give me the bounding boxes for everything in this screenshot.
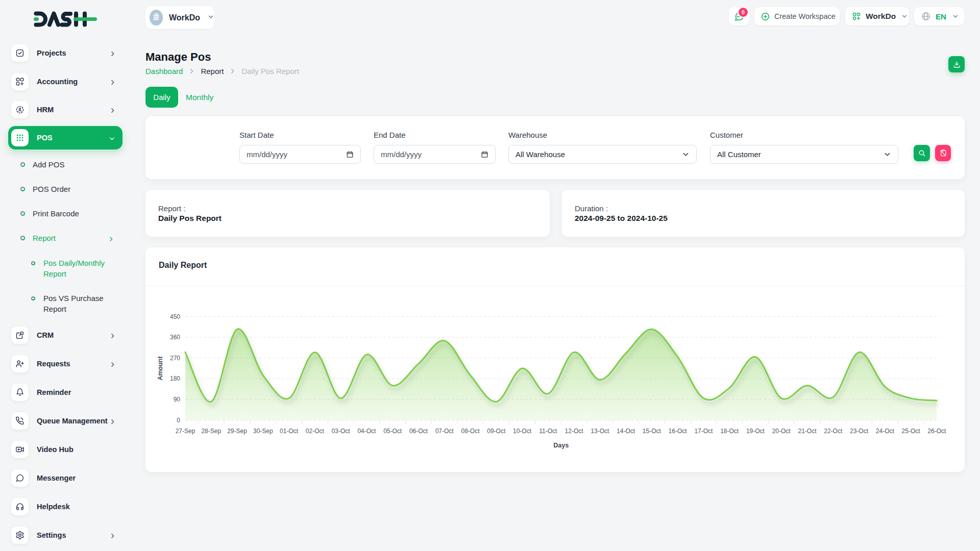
sidebar-item-print-barcode[interactable]: Print Barcode [0, 205, 131, 222]
globe-icon [921, 11, 931, 21]
projects-icon [11, 44, 29, 62]
svg-text:02-Oct: 02-Oct [306, 428, 325, 435]
warehouse-select[interactable]: All Warehouse [508, 145, 697, 164]
svg-text:10-Oct: 10-Oct [513, 428, 532, 435]
daily-report-chart-card: Daily Report 45036027018090027-Sep28-Sep… [145, 247, 965, 472]
start-date-input[interactable]: mm/dd/yyyy [239, 145, 361, 164]
sidebar-item-pos-order[interactable]: POS Order [0, 181, 131, 198]
breadcrumb-dashboard-link[interactable]: Dashboard [145, 67, 183, 76]
chevron-right-icon [109, 107, 116, 116]
svg-text:26-Oct: 26-Oct [927, 428, 946, 435]
svg-text:21-Oct: 21-Oct [798, 428, 817, 435]
daily-report-area-chart: 45036027018090027-Sep28-Sep29-Sep30-Sep0… [145, 286, 965, 472]
chevron-right-icon [108, 235, 114, 244]
svg-text:270: 270 [170, 355, 180, 362]
download-icon [952, 60, 961, 69]
sidebar-item-helpdesk[interactable]: Helpdesk [0, 498, 131, 515]
chevron-down-icon [207, 13, 214, 22]
svg-text:30-Sep: 30-Sep [253, 428, 273, 435]
pos-icon [11, 129, 29, 146]
video-icon [11, 441, 29, 458]
chevron-down-icon [109, 135, 115, 144]
gear-icon [11, 527, 29, 544]
sidebar-item-messenger[interactable]: Messenger [0, 469, 131, 487]
sidebar-item-projects[interactable]: Projects [0, 44, 131, 62]
svg-text:19-Oct: 19-Oct [746, 428, 765, 435]
chart-title: Daily Report [159, 261, 207, 270]
chevron-down-icon [884, 151, 891, 158]
breadcrumb: Dashboard Report Daily Pos Report [145, 67, 299, 76]
workspace-avatar [150, 10, 163, 26]
svg-text:04-Oct: 04-Oct [357, 428, 376, 435]
tab-monthly[interactable]: Monthly [186, 87, 213, 108]
create-workspace-button[interactable]: Create Workspace [754, 7, 840, 26]
svg-text:450: 450 [170, 313, 180, 320]
accounting-icon [11, 73, 29, 90]
sidebar-item-settings[interactable]: Settings [0, 527, 131, 544]
svg-text:360: 360 [170, 334, 180, 341]
sidebar-item-hrm[interactable]: HRM [0, 101, 131, 118]
svg-text:180: 180 [170, 375, 180, 382]
user-plus-icon [11, 355, 29, 372]
svg-text:05-Oct: 05-Oct [383, 428, 402, 435]
svg-text:28-Sep: 28-Sep [201, 428, 221, 435]
crm-icon [11, 327, 29, 344]
workspace-switcher[interactable]: WorkDo [145, 6, 214, 29]
svg-text:18-Oct: 18-Oct [720, 428, 739, 435]
sidebar-item-accounting[interactable]: Accounting [0, 73, 131, 90]
report-value: Daily Pos Report [158, 214, 222, 223]
sidebar-item-reminder[interactable]: Reminder [0, 384, 131, 401]
chevron-down-icon [682, 151, 690, 158]
chevron-right-icon [109, 532, 116, 541]
sidebar-item-queue-management[interactable]: Queue Management [0, 412, 131, 430]
search-button[interactable] [914, 145, 930, 161]
warehouse-label: Warehouse [508, 131, 547, 139]
svg-text:29-Sep: 29-Sep [227, 428, 247, 435]
sidebar-item-requests[interactable]: Requests [0, 355, 131, 372]
chevron-right-icon [109, 50, 116, 59]
breadcrumb-report-link[interactable]: Report [201, 67, 224, 76]
svg-text:16-Oct: 16-Oct [669, 428, 688, 435]
sidebar-item-video-hub[interactable]: Video Hub [0, 441, 131, 458]
customer-label: Customer [710, 131, 743, 139]
svg-text:90: 90 [174, 396, 181, 403]
svg-text:01-Oct: 01-Oct [280, 428, 299, 435]
customer-select[interactable]: All Customer [710, 145, 898, 164]
language-selector[interactable]: EN [914, 7, 964, 26]
end-date-input[interactable]: mm/dd/yyyy [374, 145, 496, 164]
report-summary-card: Report : Daily Pos Report [145, 190, 550, 237]
sidebar-item-add-pos[interactable]: Add POS [0, 156, 131, 173]
workspace-grid-icon [852, 12, 861, 21]
sidebar-item-crm[interactable]: CRM [0, 327, 131, 344]
message-count-badge: 0 [739, 8, 748, 17]
bullet-icon [31, 296, 35, 300]
chevron-right-icon [109, 418, 116, 427]
start-date-label: Start Date [239, 131, 274, 139]
download-button[interactable] [948, 56, 965, 72]
breadcrumb-separator-icon [229, 68, 236, 74]
svg-text:15-Oct: 15-Oct [643, 428, 662, 435]
bell-icon [11, 384, 29, 401]
dash-logo [34, 11, 97, 27]
tab-daily[interactable]: Daily [145, 87, 178, 108]
page-title: Manage Pos [145, 51, 211, 64]
breadcrumb-separator-icon [188, 68, 195, 74]
reset-filter-button[interactable] [935, 145, 951, 161]
svg-text:11-Oct: 11-Oct [539, 428, 557, 435]
svg-text:23-Oct: 23-Oct [850, 428, 869, 435]
bullet-icon [20, 162, 25, 167]
svg-text:24-Oct: 24-Oct [876, 428, 895, 435]
sidebar-item-report[interactable]: Report [0, 230, 131, 247]
end-date-label: End Date [374, 131, 406, 139]
svg-text:22-Oct: 22-Oct [824, 428, 843, 435]
calendar-icon [346, 151, 354, 158]
svg-text:13-Oct: 13-Oct [591, 428, 609, 435]
company-menu[interactable]: WorkDo [845, 7, 909, 26]
chat-bubble-icon [11, 469, 29, 487]
svg-text:14-Oct: 14-Oct [617, 428, 635, 435]
phone-call-icon [11, 412, 29, 430]
svg-text:09-Oct: 09-Oct [487, 428, 506, 435]
sidebar-item-pos[interactable]: POS [8, 126, 122, 149]
circle-plus-icon [761, 12, 770, 21]
headphones-icon [11, 498, 29, 515]
